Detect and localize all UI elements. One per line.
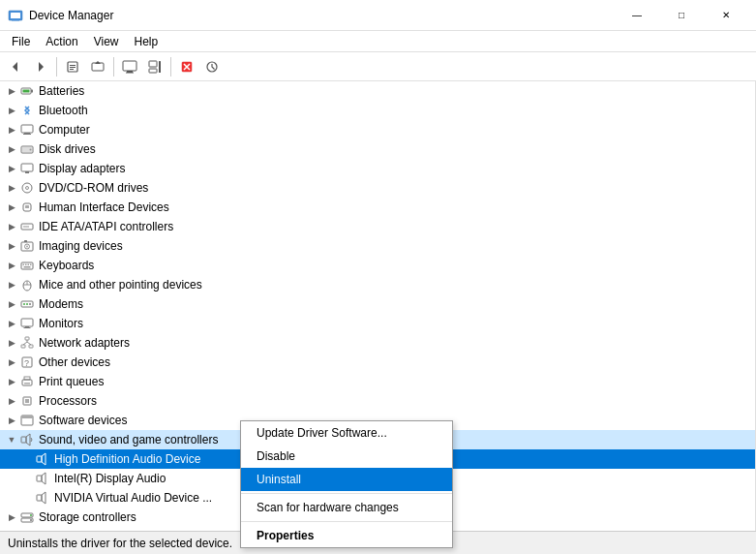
system-icon — [19, 529, 35, 531]
tree-item-label: Processors — [39, 394, 97, 408]
tree-item-computer[interactable]: ▶ Computer — [0, 120, 755, 139]
tree-item-bluetooth[interactable]: ▶ Bluetooth — [0, 101, 755, 120]
tree-item-batteries[interactable]: ▶ Batteries — [0, 81, 755, 101]
ctx-scan[interactable]: Scan for hardware changes — [241, 496, 452, 519]
ctx-uninstall[interactable]: Uninstall — [241, 468, 452, 491]
tree-item-label: Keyboards — [39, 259, 94, 272]
tree-item-label: Imaging devices — [39, 239, 123, 253]
processor-icon — [19, 393, 35, 409]
svg-rect-62 — [29, 345, 33, 348]
svg-rect-31 — [25, 171, 29, 173]
tree-item-modems[interactable]: ▶ Modems — [0, 294, 755, 314]
uninstall-toolbar-button[interactable] — [175, 55, 198, 78]
title-bar: Device Manager — □ ✕ — [0, 0, 756, 31]
svg-rect-35 — [25, 205, 29, 208]
svg-rect-7 — [70, 67, 76, 68]
network-icon — [19, 335, 35, 351]
svg-point-55 — [26, 303, 28, 305]
sound-icon — [19, 432, 35, 447]
tree-item-imaging[interactable]: ▶ Imaging devices — [0, 236, 755, 256]
svg-marker-76 — [26, 434, 30, 446]
svg-rect-2 — [12, 19, 19, 21]
tree-item-display-adapters[interactable]: ▶ Display adapters — [0, 159, 755, 178]
mouse-icon — [19, 277, 35, 292]
svg-rect-43 — [24, 240, 27, 242]
status-text: Uninstalls the driver for the selected d… — [8, 537, 232, 550]
expand-arrow: ▶ — [4, 335, 19, 351]
svg-rect-57 — [21, 319, 33, 326]
expand-arrow: ▶ — [4, 219, 19, 234]
tree-item-label: DVD/CD-ROM drives — [39, 181, 148, 195]
disk-icon — [19, 141, 35, 157]
ctx-update-driver[interactable]: Update Driver Software... — [241, 421, 452, 445]
tree-item-dvd[interactable]: ▶ DVD/CD-ROM drives — [0, 178, 755, 198]
forward-button[interactable] — [29, 55, 52, 78]
monitor-icon — [19, 316, 35, 331]
expand-arrow: ▶ — [4, 529, 19, 531]
back-button[interactable] — [4, 55, 27, 78]
tree-item-label: Computer — [39, 123, 90, 137]
tree-item-label: Print queues — [39, 375, 104, 388]
properties-button[interactable] — [61, 55, 84, 78]
svg-rect-49 — [24, 266, 31, 268]
tree-item-processors[interactable]: ▶ Processors — [0, 391, 755, 411]
expand-arrow: ▶ — [4, 200, 19, 215]
tree-item-other-devices[interactable]: ▶ ? Other devices — [0, 353, 755, 372]
tree-item-label: Storage controllers — [39, 510, 136, 524]
update-driver-button[interactable] — [86, 55, 109, 78]
scan-button[interactable] — [200, 55, 224, 78]
svg-point-33 — [26, 187, 29, 190]
svg-rect-36 — [21, 224, 33, 230]
bluetooth-icon — [19, 103, 35, 118]
svg-rect-61 — [21, 345, 25, 348]
tree-item-ide[interactable]: ▶ IDE ATA/ATAPI controllers — [0, 217, 755, 236]
tree-item-network[interactable]: ▶ Network adapters — [0, 333, 755, 353]
toolbar-separator-3 — [170, 57, 171, 77]
window-controls[interactable]: — □ ✕ — [615, 0, 748, 31]
imaging-icon — [19, 238, 35, 254]
svg-rect-9 — [92, 63, 104, 71]
maximize-button[interactable]: □ — [659, 0, 704, 31]
svg-marker-78 — [42, 453, 45, 465]
svg-rect-70 — [24, 383, 30, 385]
ctx-disable[interactable]: Disable — [241, 445, 452, 468]
menu-action[interactable]: Action — [38, 33, 85, 50]
svg-rect-8 — [70, 69, 74, 70]
ctx-properties[interactable]: Properties — [241, 524, 452, 547]
tree-item-label: Network adapters — [39, 336, 130, 350]
tree-item-label: Batteries — [39, 84, 84, 98]
tree-item-monitors[interactable]: ▶ Monitors — [0, 314, 755, 333]
expand-arrow: ▶ — [4, 83, 19, 99]
software-icon — [19, 413, 35, 428]
svg-point-54 — [23, 303, 25, 305]
svg-point-56 — [29, 303, 31, 305]
svg-rect-45 — [23, 264, 25, 266]
tree-item-mice[interactable]: ▶ Mice and other pointing devices — [0, 275, 755, 294]
tree-item-hid[interactable]: ▶ Human Interface Devices — [0, 198, 755, 217]
toolbar-separator-2 — [113, 57, 114, 77]
tree-item-label: Sound, video and game controllers — [39, 433, 218, 446]
svg-point-42 — [26, 246, 28, 248]
storage-icon — [19, 509, 35, 525]
svg-rect-79 — [37, 476, 42, 481]
minimize-button[interactable]: — — [615, 0, 659, 31]
show-hidden-button[interactable] — [143, 55, 166, 78]
menu-view[interactable]: View — [86, 33, 127, 50]
close-button[interactable]: ✕ — [704, 0, 748, 31]
tree-item-disk-drives[interactable]: ▶ Disk drives — [0, 139, 755, 159]
expand-arrow: ▶ — [4, 354, 19, 370]
display-button[interactable] — [118, 55, 141, 78]
menu-file[interactable]: File — [4, 33, 38, 50]
audio-device-icon — [35, 471, 50, 486]
ctx-separator-2 — [241, 521, 452, 522]
svg-rect-44 — [21, 262, 33, 269]
tree-item-label: Bluetooth — [39, 104, 88, 117]
expand-arrow: ▶ — [4, 103, 19, 118]
tree-item-print[interactable]: ▶ Print queues — [0, 372, 755, 391]
audio-device-icon — [35, 451, 50, 467]
svg-rect-22 — [31, 90, 33, 93]
tree-item-keyboards[interactable]: ▶ Keyboards — [0, 256, 755, 275]
svg-rect-48 — [30, 264, 32, 266]
svg-marker-80 — [42, 473, 45, 484]
menu-help[interactable]: Help — [127, 33, 166, 50]
